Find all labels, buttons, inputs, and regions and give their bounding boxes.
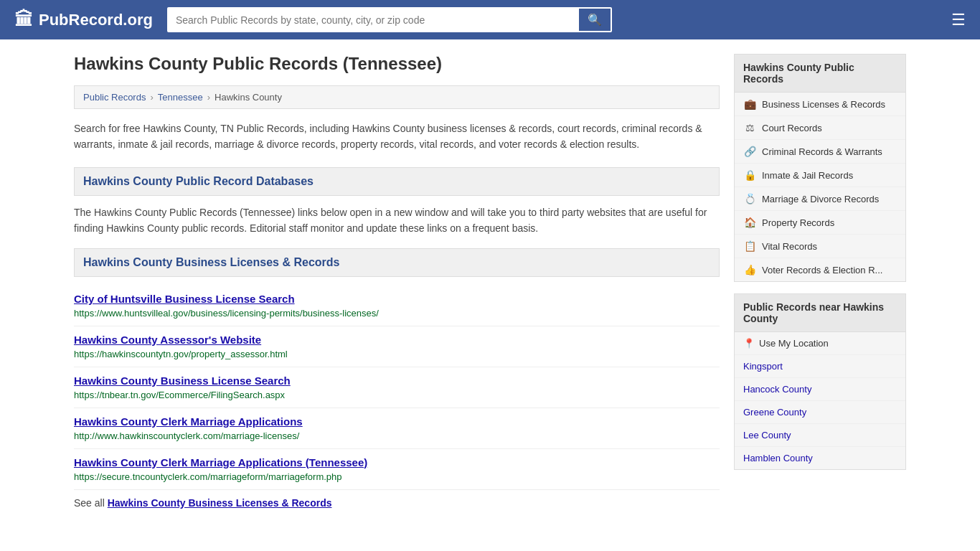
sidebar-record-link[interactable]: 💼 Business Licenses & Records — [735, 93, 905, 116]
menu-button[interactable]: ☰ — [951, 11, 966, 29]
search-icon: 🔍 — [588, 14, 602, 26]
record-type-label: Business Licenses & Records — [762, 99, 885, 110]
record-type-icon: 💍 — [743, 193, 756, 204]
see-all-text: See all — [74, 497, 105, 509]
business-link-item: Hawkins County Clerk Marriage Applicatio… — [74, 408, 720, 449]
sidebar-records-section: Hawkins County Public Records 💼 Business… — [734, 54, 906, 282]
search-area: 🔍 — [167, 7, 612, 32]
content-area: Hawkins County Public Records (Tennessee… — [74, 54, 720, 516]
business-section-header: Hawkins County Business Licenses & Recor… — [74, 248, 720, 277]
business-link-item: Hawkins County Assessor's Website https:… — [74, 326, 720, 367]
nearby-location-label: Lee County — [743, 430, 791, 441]
sidebar-record-link[interactable]: 🔒 Inmate & Jail Records — [735, 164, 905, 187]
nearby-locations-list: KingsportHancock CountyGreene CountyLee … — [735, 355, 905, 469]
nearby-location-item[interactable]: Greene County — [735, 401, 905, 424]
business-link-title[interactable]: Hawkins County Clerk Marriage Applicatio… — [74, 415, 720, 428]
nearby-location-label: Hancock County — [743, 384, 811, 395]
nearby-location-item[interactable]: Lee County — [735, 424, 905, 447]
record-type-label: Voter Records & Election R... — [762, 265, 882, 276]
record-type-label: Property Records — [762, 217, 834, 228]
breadcrumb: Public Records › Tennessee › Hawkins Cou… — [74, 85, 720, 109]
logo-text: PubRecord.org — [39, 11, 153, 29]
breadcrumb-current: Hawkins County — [215, 92, 282, 103]
record-type-label: Criminal Records & Warrants — [762, 146, 882, 157]
sidebar: Hawkins County Public Records 💼 Business… — [734, 54, 906, 516]
nearby-location-item[interactable]: Hancock County — [735, 378, 905, 401]
business-link-item: City of Huntsville Business License Sear… — [74, 286, 720, 326]
record-type-label: Marriage & Divorce Records — [762, 194, 879, 204]
breadcrumb-sep-2: › — [207, 92, 210, 103]
record-type-label: Inmate & Jail Records — [762, 170, 853, 181]
sidebar-nearby-title: Public Records near Hawkins County — [735, 294, 905, 332]
record-type-icon: ⚖ — [743, 122, 756, 133]
use-location-label: Use My Location — [759, 338, 829, 349]
business-link-url: https://secure.tncountyclerk.com/marriag… — [74, 471, 342, 482]
see-all-section: See all Hawkins County Business Licenses… — [74, 490, 720, 516]
breadcrumb-link-public-records[interactable]: Public Records — [83, 92, 146, 103]
business-link-title[interactable]: Hawkins County Assessor's Website — [74, 334, 720, 346]
sidebar-records-links: 💼 Business Licenses & Records ⚖ Court Re… — [735, 93, 905, 281]
business-link-item: Hawkins County Clerk Marriage Applicatio… — [74, 449, 720, 490]
business-link-url: https://www.huntsvilleal.gov/business/li… — [74, 308, 379, 319]
databases-section-header: Hawkins County Public Record Databases — [74, 167, 720, 196]
record-type-icon: 👍 — [743, 264, 756, 276]
nearby-location-label: Greene County — [743, 407, 806, 418]
see-all-link[interactable]: Hawkins County Business Licenses & Recor… — [108, 497, 332, 509]
search-button[interactable]: 🔍 — [578, 7, 612, 32]
search-input[interactable] — [167, 7, 578, 32]
record-type-icon: 🔗 — [743, 146, 756, 157]
use-location-button[interactable]: 📍 Use My Location — [735, 332, 905, 355]
sidebar-nearby-section: Public Records near Hawkins County 📍 Use… — [734, 293, 906, 470]
page-title: Hawkins County Public Records (Tennessee… — [74, 54, 720, 74]
record-type-label: Vital Records — [762, 241, 817, 252]
logo-icon: 🏛 — [14, 9, 33, 31]
site-logo[interactable]: 🏛 PubRecord.org — [14, 9, 153, 31]
business-links-list: City of Huntsville Business License Sear… — [74, 286, 720, 490]
sidebar-record-link[interactable]: 📋 Vital Records — [735, 235, 905, 258]
nearby-location-item[interactable]: Hamblen County — [735, 447, 905, 469]
sidebar-record-link[interactable]: 🏠 Property Records — [735, 211, 905, 235]
breadcrumb-link-tennessee[interactable]: Tennessee — [158, 92, 203, 103]
record-type-icon: 📋 — [743, 240, 756, 252]
business-link-url: https://hawkinscountytn.gov/property_ass… — [74, 349, 288, 359]
sidebar-record-link[interactable]: 🔗 Criminal Records & Warrants — [735, 140, 905, 164]
business-link-title[interactable]: Hawkins County Business License Search — [74, 375, 720, 387]
menu-icon: ☰ — [951, 11, 966, 29]
sidebar-record-link[interactable]: ⚖ Court Records — [735, 116, 905, 140]
record-type-icon: 🏠 — [743, 217, 756, 228]
nearby-location-item[interactable]: Kingsport — [735, 355, 905, 378]
location-icon: 📍 — [743, 338, 755, 349]
breadcrumb-sep-1: › — [150, 92, 153, 103]
business-link-item: Hawkins County Business License Search h… — [74, 367, 720, 408]
main-container: Hawkins County Public Records (Tennessee… — [60, 39, 920, 530]
business-link-title[interactable]: Hawkins County Clerk Marriage Applicatio… — [74, 456, 720, 468]
business-link-url: http://www.hawkinscountyclerk.com/marria… — [74, 430, 299, 441]
record-type-icon: 🔒 — [743, 169, 756, 181]
nearby-location-label: Kingsport — [743, 361, 783, 372]
page-description: Search for free Hawkins County, TN Publi… — [74, 121, 720, 153]
databases-info-text: The Hawkins County Public Records (Tenne… — [74, 204, 720, 237]
record-type-label: Court Records — [762, 123, 822, 133]
business-link-url: https://tnbear.tn.gov/Ecommerce/FilingSe… — [74, 390, 285, 400]
nearby-location-label: Hamblen County — [743, 453, 813, 463]
business-link-title[interactable]: City of Huntsville Business License Sear… — [74, 293, 720, 305]
site-header: 🏛 PubRecord.org 🔍 ☰ — [0, 0, 980, 39]
sidebar-record-link[interactable]: 👍 Voter Records & Election R... — [735, 258, 905, 281]
sidebar-records-title: Hawkins County Public Records — [735, 55, 905, 93]
record-type-icon: 💼 — [743, 98, 756, 110]
sidebar-record-link[interactable]: 💍 Marriage & Divorce Records — [735, 187, 905, 211]
